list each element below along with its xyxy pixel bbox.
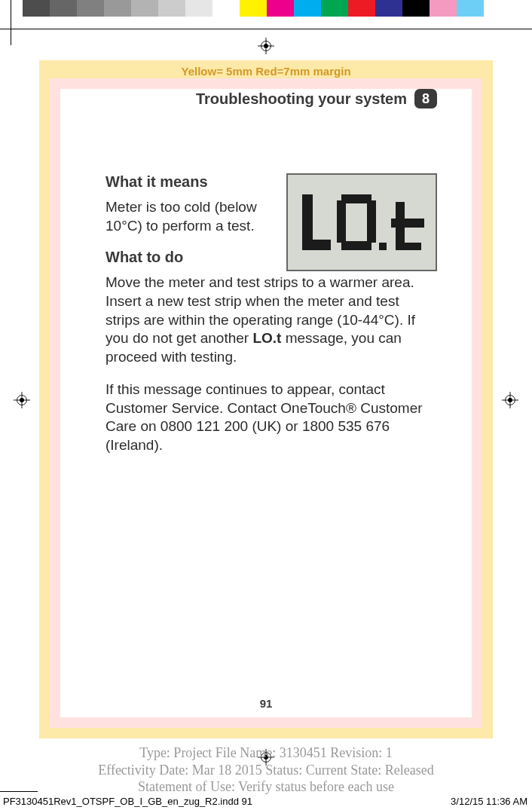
color-swatch: [212, 0, 240, 17]
color-swatch: [348, 0, 375, 17]
color-swatch: [457, 0, 484, 17]
page-number: 91: [60, 697, 472, 710]
meta-line-1: Type: Project File Name: 3130451 Revisio…: [0, 744, 532, 762]
svg-rect-18: [337, 200, 346, 243]
meta-line-3: Statement of Use: Verify status before e…: [0, 778, 532, 796]
meta-line-2: Effectivity Date: Mar 18 2015 Status: Cu…: [0, 762, 532, 779]
slug-timestamp: 3/12/15 11:36 AM: [451, 796, 527, 807]
body-what-to-do-2: If this message continues to appear, con…: [105, 381, 437, 455]
color-swatch: [131, 0, 158, 17]
heading-what-it-means: What it means: [105, 173, 273, 191]
color-swatch: [23, 0, 50, 17]
color-swatch: [77, 0, 104, 17]
margin-note: Yellow= 5mm Red=7mm margin: [39, 65, 493, 78]
doc-meta: Type: Project File Name: 3130451 Revisio…: [0, 744, 532, 796]
slug-filename: PF3130451Rev1_OTSPF_OB_I_GB_en_zug_R2.in…: [3, 796, 252, 807]
registration-mark-icon: [258, 38, 274, 54]
body-what-it-means: Meter is too cold (below 10°C) to perfor…: [105, 198, 273, 235]
text-bold: LO.t: [252, 330, 281, 346]
page-header: Troubleshooting your system 8: [105, 89, 437, 109]
page-content: Troubleshooting your system 8 What it me…: [60, 89, 472, 717]
color-swatch: [158, 0, 185, 17]
color-swatch: [240, 0, 267, 17]
crop-rule-v: [11, 0, 11, 45]
svg-rect-19: [367, 200, 376, 243]
registration-mark-icon: [14, 392, 30, 408]
crop-rule-h: [0, 791, 38, 792]
color-swatch: [321, 0, 348, 17]
color-swatch: [104, 0, 131, 17]
body-what-to-do-1: Move the meter and test strips to a warm…: [105, 274, 437, 366]
color-swatch: [430, 0, 457, 17]
color-swatch: [402, 0, 430, 17]
chapter-badge: 8: [414, 89, 437, 109]
color-swatch: [185, 0, 212, 17]
svg-rect-20: [379, 243, 387, 250]
page-bleed-outer: Yellow= 5mm Red=7mm margin Troubleshooti…: [39, 60, 493, 738]
lcd-display-icon: [286, 173, 437, 271]
crop-rule-h: [0, 29, 532, 29]
color-swatch: [294, 0, 321, 17]
color-swatch: [50, 0, 77, 17]
page-bleed-inner: Troubleshooting your system 8 What it me…: [50, 78, 482, 728]
section-what-it-means: What it means Meter is too cold (below 1…: [105, 173, 437, 274]
printer-color-bar: [0, 0, 532, 17]
page-title: Troubleshooting your system: [196, 90, 407, 108]
color-swatch: [375, 0, 402, 17]
registration-mark-icon: [502, 392, 518, 408]
color-swatch: [267, 0, 294, 17]
svg-rect-23: [396, 243, 421, 250]
heading-what-to-do: What to do: [105, 249, 273, 266]
